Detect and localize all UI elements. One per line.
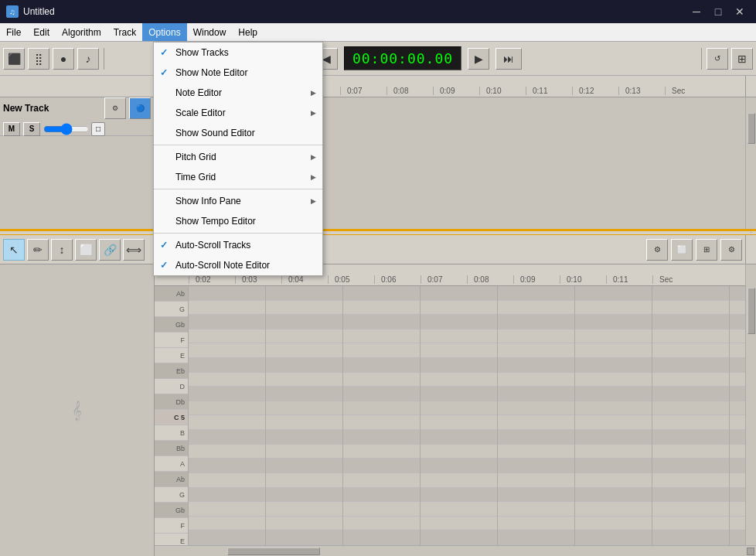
piano-key-d5[interactable]: D — [155, 379, 188, 394]
grid-row-0[interactable] — [189, 286, 745, 301]
minimize-button[interactable]: ─ — [686, 3, 707, 20]
menu-track[interactable]: Track — [107, 23, 143, 41]
menu-help[interactable]: Help — [232, 23, 264, 41]
menu-item-show-info-pane[interactable]: Show Info Pane — [154, 191, 322, 211]
piano-key-ab5[interactable]: Ab — [155, 286, 188, 302]
note-scrollbar-h-container — [155, 545, 745, 556]
piano-key-db5[interactable]: Db — [155, 394, 188, 410]
menu-window[interactable]: Window — [187, 23, 233, 41]
menu-item-pitch-grid[interactable]: Pitch Grid — [154, 147, 322, 167]
menu-edit[interactable]: Edit — [27, 23, 56, 41]
toolbar-record-btn[interactable]: ● — [53, 48, 74, 70]
note-tick-7: 0:09 — [513, 275, 560, 284]
piano-key-g5[interactable]: G — [155, 302, 188, 317]
note-tool-select[interactable]: ⬜ — [75, 239, 97, 261]
piano-key-c5[interactable]: C 5 — [155, 410, 188, 425]
toolbar-grid-btn[interactable]: ⣿ — [28, 48, 49, 70]
note-tick-5: 0:07 — [421, 275, 467, 284]
grid-row-2[interactable] — [189, 315, 745, 329]
piano-key-gb4[interactable]: Gb — [155, 503, 188, 518]
maximize-button[interactable]: □ — [708, 3, 728, 20]
window-title: Untitled — [23, 6, 686, 17]
note-tool-pencil[interactable]: ✏ — [27, 239, 49, 261]
track-solo-btn[interactable]: S — [23, 122, 40, 136]
menu-bar: File Edit Algorithm Track Options Window… — [0, 23, 756, 42]
ruler-tick-8: 0:11 — [526, 87, 572, 95]
piano-key-e5[interactable]: E — [155, 348, 188, 363]
note-view-btn[interactable]: ⬜ — [671, 239, 693, 261]
grid-row-8[interactable] — [189, 401, 745, 416]
ruler-tick-6: 0:09 — [433, 87, 479, 95]
piano-key-eb5[interactable]: Eb — [155, 363, 188, 379]
note-scroll-thumb-v[interactable] — [747, 288, 755, 334]
piano-key-f4[interactable]: F — [155, 518, 188, 534]
piano-key-ab4[interactable]: Ab — [155, 472, 188, 487]
piano-key-b4[interactable]: B — [155, 425, 188, 441]
grid-row-10[interactable] — [189, 430, 745, 445]
note-settings-gear[interactable]: ⚙ — [720, 239, 742, 261]
piano-key-bb4[interactable]: Bb — [155, 441, 188, 456]
note-snap-btn[interactable]: ⚙ — [646, 239, 668, 261]
track-record-btn[interactable]: □ — [91, 122, 105, 136]
track-scrollbar-v[interactable] — [745, 97, 756, 229]
close-button[interactable]: ✕ — [730, 3, 750, 20]
toolbar-sep-2 — [701, 48, 702, 70]
grid-row-3[interactable] — [189, 329, 745, 344]
note-scrollbar-v[interactable] — [745, 264, 756, 545]
grid-row-12[interactable] — [189, 459, 745, 473]
grid-row-14[interactable] — [189, 488, 745, 503]
toolbar-piano-btn[interactable]: ♪ — [77, 48, 99, 70]
menu-item-show-tempo-editor[interactable]: Show Tempo Editor — [154, 211, 322, 231]
menu-item-note-editor[interactable]: Note Editor — [154, 83, 322, 103]
grid-row-15[interactable] — [189, 502, 745, 517]
track-mute-btn[interactable]: M — [3, 122, 20, 136]
piano-key-e4[interactable]: E — [155, 534, 188, 545]
toolbar-end-btn[interactable]: ⏭ — [495, 48, 522, 70]
menu-item-auto-scroll-tracks[interactable]: Auto-Scroll Tracks — [154, 235, 322, 255]
toolbar-forward-btn[interactable]: ▶ — [468, 48, 489, 70]
menu-algorithm[interactable]: Algorithm — [56, 23, 107, 41]
menu-item-show-sound-editor[interactable]: Show Sound Editor — [154, 123, 322, 143]
toolbar-tracks-btn[interactable]: ⬛ — [3, 48, 25, 70]
grid-row-4[interactable] — [189, 343, 745, 358]
menu-file[interactable]: File — [0, 23, 27, 41]
menu-item-scale-editor[interactable]: Scale Editor — [154, 103, 322, 123]
note-tool-velocity[interactable]: ↕ — [51, 239, 73, 261]
note-tool-link[interactable]: 🔗 — [99, 239, 121, 261]
grid-row-6[interactable] — [189, 373, 745, 387]
grid-row-9[interactable] — [189, 415, 745, 430]
toolbar-snap-btn[interactable]: ⊞ — [731, 48, 753, 70]
piano-key-a4[interactable]: A — [155, 456, 188, 472]
track-scroll-thumb[interactable] — [747, 113, 755, 144]
track-settings-btn[interactable]: ⚙ — [104, 97, 126, 119]
piano-key-g4[interactable]: G — [155, 487, 188, 503]
toolbar-loop-btn[interactable]: ↺ — [707, 48, 728, 70]
menu-item-time-grid[interactable]: Time Grid — [154, 167, 322, 187]
note-tool-arrows[interactable]: ⟺ — [123, 239, 145, 261]
menu-item-show-note-editor[interactable]: Show Note Editor — [154, 63, 322, 83]
track-volume-slider[interactable] — [43, 124, 90, 135]
grid-row-17[interactable] — [189, 530, 745, 545]
piano-key-f5[interactable]: F — [155, 333, 188, 348]
note-grid-btn[interactable]: ⊞ — [696, 239, 717, 261]
grid-row-11[interactable] — [189, 445, 745, 459]
menu-options[interactable]: Options — [142, 23, 186, 41]
note-tool-pointer[interactable]: ↖ — [3, 239, 25, 261]
note-scroll-thumb-h[interactable] — [227, 547, 320, 555]
piano-key-gb5[interactable]: Gb — [155, 317, 188, 333]
ruler-tick-9: 0:12 — [572, 87, 618, 95]
note-tick-1: 0:03 — [235, 275, 281, 284]
menu-item-show-tracks[interactable]: Show Tracks — [154, 43, 322, 63]
grid-row-7[interactable] — [189, 387, 745, 401]
grid-row-13[interactable] — [189, 473, 745, 488]
note-tick-9: 0:11 — [606, 275, 652, 284]
menu-item-auto-scroll-note-editor[interactable]: Auto-Scroll Note Editor — [154, 255, 322, 275]
corner-btn[interactable] — [747, 547, 754, 555]
grid-row-1[interactable] — [189, 301, 745, 316]
grid-row-5[interactable] — [189, 358, 745, 373]
grid-row-16[interactable] — [189, 517, 745, 531]
ruler-tick-10: 0:13 — [618, 87, 665, 95]
track-color-btn[interactable]: 🔵 — [129, 97, 151, 119]
note-scrollbar-h[interactable] — [189, 546, 745, 556]
note-grid-area[interactable] — [189, 286, 745, 545]
